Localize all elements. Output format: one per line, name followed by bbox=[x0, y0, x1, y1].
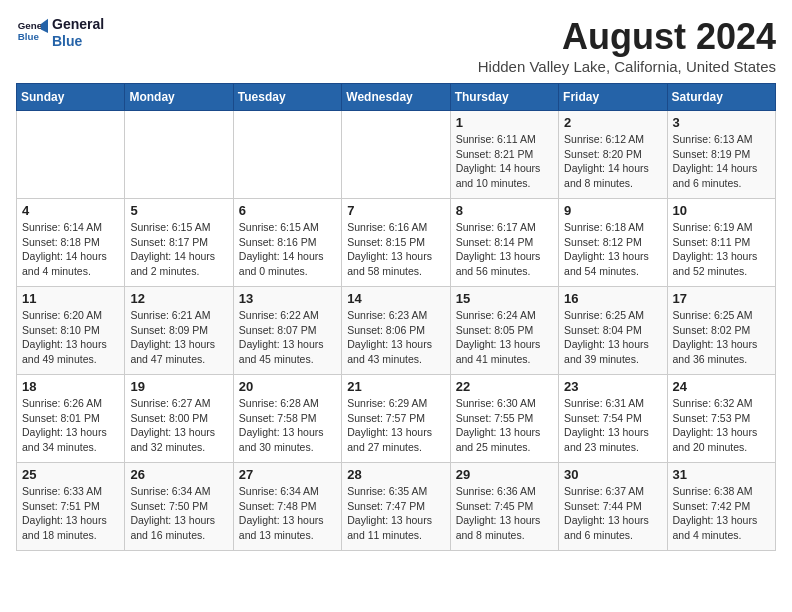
week-row-2: 4Sunrise: 6:14 AM Sunset: 8:18 PM Daylig… bbox=[17, 199, 776, 287]
day-info: Sunrise: 6:19 AM Sunset: 8:11 PM Dayligh… bbox=[673, 220, 770, 279]
day-cell: 7Sunrise: 6:16 AM Sunset: 8:15 PM Daylig… bbox=[342, 199, 450, 287]
day-number: 21 bbox=[347, 379, 444, 394]
day-cell: 24Sunrise: 6:32 AM Sunset: 7:53 PM Dayli… bbox=[667, 375, 775, 463]
day-info: Sunrise: 6:38 AM Sunset: 7:42 PM Dayligh… bbox=[673, 484, 770, 543]
day-cell: 2Sunrise: 6:12 AM Sunset: 8:20 PM Daylig… bbox=[559, 111, 667, 199]
day-number: 4 bbox=[22, 203, 119, 218]
day-number: 29 bbox=[456, 467, 553, 482]
day-cell bbox=[125, 111, 233, 199]
day-cell: 21Sunrise: 6:29 AM Sunset: 7:57 PM Dayli… bbox=[342, 375, 450, 463]
day-info: Sunrise: 6:21 AM Sunset: 8:09 PM Dayligh… bbox=[130, 308, 227, 367]
day-info: Sunrise: 6:32 AM Sunset: 7:53 PM Dayligh… bbox=[673, 396, 770, 455]
day-number: 8 bbox=[456, 203, 553, 218]
day-number: 10 bbox=[673, 203, 770, 218]
day-number: 18 bbox=[22, 379, 119, 394]
day-cell: 20Sunrise: 6:28 AM Sunset: 7:58 PM Dayli… bbox=[233, 375, 341, 463]
day-cell: 11Sunrise: 6:20 AM Sunset: 8:10 PM Dayli… bbox=[17, 287, 125, 375]
day-cell: 3Sunrise: 6:13 AM Sunset: 8:19 PM Daylig… bbox=[667, 111, 775, 199]
logo-line2: Blue bbox=[52, 33, 82, 49]
day-number: 16 bbox=[564, 291, 661, 306]
month-year: August 2024 bbox=[478, 16, 776, 58]
day-info: Sunrise: 6:13 AM Sunset: 8:19 PM Dayligh… bbox=[673, 132, 770, 191]
logo-line1: General bbox=[52, 16, 104, 32]
day-number: 27 bbox=[239, 467, 336, 482]
day-info: Sunrise: 6:33 AM Sunset: 7:51 PM Dayligh… bbox=[22, 484, 119, 543]
day-number: 17 bbox=[673, 291, 770, 306]
day-info: Sunrise: 6:31 AM Sunset: 7:54 PM Dayligh… bbox=[564, 396, 661, 455]
day-info: Sunrise: 6:37 AM Sunset: 7:44 PM Dayligh… bbox=[564, 484, 661, 543]
week-row-1: 1Sunrise: 6:11 AM Sunset: 8:21 PM Daylig… bbox=[17, 111, 776, 199]
day-cell: 28Sunrise: 6:35 AM Sunset: 7:47 PM Dayli… bbox=[342, 463, 450, 551]
day-cell: 5Sunrise: 6:15 AM Sunset: 8:17 PM Daylig… bbox=[125, 199, 233, 287]
day-cell bbox=[17, 111, 125, 199]
day-cell: 15Sunrise: 6:24 AM Sunset: 8:05 PM Dayli… bbox=[450, 287, 558, 375]
dow-monday: Monday bbox=[125, 84, 233, 111]
day-info: Sunrise: 6:11 AM Sunset: 8:21 PM Dayligh… bbox=[456, 132, 553, 191]
day-cell: 9Sunrise: 6:18 AM Sunset: 8:12 PM Daylig… bbox=[559, 199, 667, 287]
day-cell: 26Sunrise: 6:34 AM Sunset: 7:50 PM Dayli… bbox=[125, 463, 233, 551]
day-cell: 29Sunrise: 6:36 AM Sunset: 7:45 PM Dayli… bbox=[450, 463, 558, 551]
logo-name: General Blue bbox=[52, 16, 104, 50]
day-number: 7 bbox=[347, 203, 444, 218]
day-info: Sunrise: 6:16 AM Sunset: 8:15 PM Dayligh… bbox=[347, 220, 444, 279]
location: Hidden Valley Lake, California, United S… bbox=[478, 58, 776, 75]
dow-saturday: Saturday bbox=[667, 84, 775, 111]
week-row-4: 18Sunrise: 6:26 AM Sunset: 8:01 PM Dayli… bbox=[17, 375, 776, 463]
day-number: 9 bbox=[564, 203, 661, 218]
day-cell bbox=[233, 111, 341, 199]
week-row-3: 11Sunrise: 6:20 AM Sunset: 8:10 PM Dayli… bbox=[17, 287, 776, 375]
day-number: 25 bbox=[22, 467, 119, 482]
day-info: Sunrise: 6:15 AM Sunset: 8:16 PM Dayligh… bbox=[239, 220, 336, 279]
dow-wednesday: Wednesday bbox=[342, 84, 450, 111]
day-of-week-header: SundayMondayTuesdayWednesdayThursdayFrid… bbox=[17, 84, 776, 111]
day-cell: 4Sunrise: 6:14 AM Sunset: 8:18 PM Daylig… bbox=[17, 199, 125, 287]
day-number: 19 bbox=[130, 379, 227, 394]
day-info: Sunrise: 6:36 AM Sunset: 7:45 PM Dayligh… bbox=[456, 484, 553, 543]
day-info: Sunrise: 6:14 AM Sunset: 8:18 PM Dayligh… bbox=[22, 220, 119, 279]
dow-tuesday: Tuesday bbox=[233, 84, 341, 111]
day-number: 11 bbox=[22, 291, 119, 306]
day-number: 15 bbox=[456, 291, 553, 306]
day-number: 30 bbox=[564, 467, 661, 482]
day-info: Sunrise: 6:25 AM Sunset: 8:02 PM Dayligh… bbox=[673, 308, 770, 367]
day-info: Sunrise: 6:22 AM Sunset: 8:07 PM Dayligh… bbox=[239, 308, 336, 367]
day-number: 5 bbox=[130, 203, 227, 218]
svg-text:Blue: Blue bbox=[18, 31, 40, 42]
day-info: Sunrise: 6:28 AM Sunset: 7:58 PM Dayligh… bbox=[239, 396, 336, 455]
day-info: Sunrise: 6:17 AM Sunset: 8:14 PM Dayligh… bbox=[456, 220, 553, 279]
title-area: August 2024 Hidden Valley Lake, Californ… bbox=[478, 16, 776, 75]
day-number: 13 bbox=[239, 291, 336, 306]
day-number: 28 bbox=[347, 467, 444, 482]
day-cell: 18Sunrise: 6:26 AM Sunset: 8:01 PM Dayli… bbox=[17, 375, 125, 463]
logo-icon: General Blue bbox=[16, 17, 48, 49]
day-cell: 25Sunrise: 6:33 AM Sunset: 7:51 PM Dayli… bbox=[17, 463, 125, 551]
day-number: 3 bbox=[673, 115, 770, 130]
day-info: Sunrise: 6:26 AM Sunset: 8:01 PM Dayligh… bbox=[22, 396, 119, 455]
day-cell: 22Sunrise: 6:30 AM Sunset: 7:55 PM Dayli… bbox=[450, 375, 558, 463]
day-number: 26 bbox=[130, 467, 227, 482]
day-number: 12 bbox=[130, 291, 227, 306]
header: General Blue General Blue August 2024 Hi… bbox=[16, 16, 776, 75]
day-number: 22 bbox=[456, 379, 553, 394]
day-info: Sunrise: 6:24 AM Sunset: 8:05 PM Dayligh… bbox=[456, 308, 553, 367]
day-info: Sunrise: 6:18 AM Sunset: 8:12 PM Dayligh… bbox=[564, 220, 661, 279]
day-number: 24 bbox=[673, 379, 770, 394]
day-info: Sunrise: 6:29 AM Sunset: 7:57 PM Dayligh… bbox=[347, 396, 444, 455]
dow-thursday: Thursday bbox=[450, 84, 558, 111]
day-cell: 23Sunrise: 6:31 AM Sunset: 7:54 PM Dayli… bbox=[559, 375, 667, 463]
day-info: Sunrise: 6:35 AM Sunset: 7:47 PM Dayligh… bbox=[347, 484, 444, 543]
day-cell: 27Sunrise: 6:34 AM Sunset: 7:48 PM Dayli… bbox=[233, 463, 341, 551]
day-cell: 14Sunrise: 6:23 AM Sunset: 8:06 PM Dayli… bbox=[342, 287, 450, 375]
day-number: 2 bbox=[564, 115, 661, 130]
day-cell: 30Sunrise: 6:37 AM Sunset: 7:44 PM Dayli… bbox=[559, 463, 667, 551]
day-number: 31 bbox=[673, 467, 770, 482]
dow-sunday: Sunday bbox=[17, 84, 125, 111]
day-info: Sunrise: 6:34 AM Sunset: 7:50 PM Dayligh… bbox=[130, 484, 227, 543]
day-cell: 31Sunrise: 6:38 AM Sunset: 7:42 PM Dayli… bbox=[667, 463, 775, 551]
day-number: 1 bbox=[456, 115, 553, 130]
day-number: 20 bbox=[239, 379, 336, 394]
day-info: Sunrise: 6:23 AM Sunset: 8:06 PM Dayligh… bbox=[347, 308, 444, 367]
day-cell: 19Sunrise: 6:27 AM Sunset: 8:00 PM Dayli… bbox=[125, 375, 233, 463]
day-cell bbox=[342, 111, 450, 199]
day-cell: 13Sunrise: 6:22 AM Sunset: 8:07 PM Dayli… bbox=[233, 287, 341, 375]
